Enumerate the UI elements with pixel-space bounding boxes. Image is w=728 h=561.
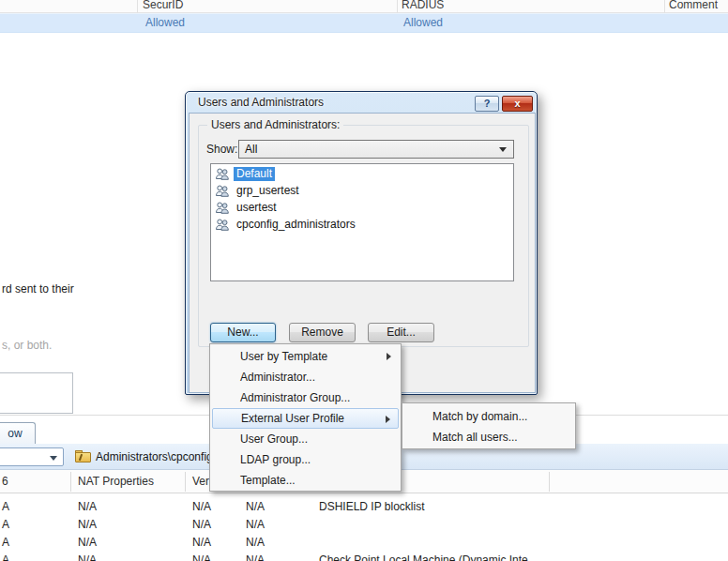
groupbox-label: Users and Administrators: [207,118,343,131]
table-row[interactable]: A N/A N/A N/A [0,516,728,534]
menu-item-ldap-group[interactable]: LDAP group... [210,449,401,470]
radius-value: Allowed [403,14,443,32]
menu-item-external-user-profile[interactable]: External User Profile [212,408,399,429]
cell-extra: N/A [246,534,265,552]
background-text-fragment-gray: s, or both. [2,339,52,352]
submenu-arrow-icon [386,416,390,423]
table-row[interactable]: A N/A N/A N/A DSHIELD IP blocklist [0,498,728,516]
list-item-usertest[interactable]: usertest [211,200,513,217]
user-group-icon [215,168,230,181]
menu-item-match-all-users[interactable]: Match all users... [402,427,575,447]
selected-table-row[interactable]: Allowed Allowed [0,13,728,33]
cell-nat: N/A [78,534,97,552]
list-item-cpconfig-administrators[interactable]: cpconfig_administrators [211,217,513,234]
toolbar-dropdown[interactable] [0,447,64,466]
cell-version: N/A [192,498,211,516]
cell-partial: A [2,498,9,516]
menu-item-label: Match by domain... [432,410,527,423]
column-divider [185,472,186,492]
user-group-icon [215,185,230,198]
cell-version: N/A [192,516,211,534]
table-row[interactable]: A N/A N/A N/A [0,534,728,552]
list-item-label: Default [234,167,275,181]
menu-item-administrator-group[interactable]: Administrator Group... [210,387,401,408]
menu-item-label: Match all users... [432,431,518,444]
menu-item-match-by-domain[interactable]: Match by domain... [402,406,575,427]
column-divider [664,0,665,13]
list-item-grp-usertest[interactable]: grp_usertest [211,183,513,200]
show-filter-value: All [245,141,257,158]
list-item-label: cpconfig_administrators [234,218,358,232]
column-divider [137,0,138,13]
menu-item-label: LDAP group... [240,453,311,466]
column-divider [70,472,71,492]
chevron-down-icon [499,147,507,152]
new-dropdown-menu: User by Template Administrator... Admini… [209,343,402,492]
dialog-title: Users and Administrators [198,96,324,109]
cell-version: N/A [192,552,211,561]
column-divider [397,0,398,13]
cell-nat: N/A [78,516,97,534]
edit-button[interactable]: Edit... [368,323,434,342]
menu-item-user-group[interactable]: User Group... [210,429,401,449]
cell-version: N/A [192,534,211,552]
remove-button[interactable]: Remove [289,323,356,342]
menu-item-label: Template... [240,474,296,487]
cell-nat: N/A [78,498,97,516]
show-filter-dropdown[interactable]: All [238,140,514,159]
menu-item-label: Administrator Group... [240,391,350,404]
cell-description: Check Point Local Machine (Dynamic Inte.… [319,552,538,561]
menu-item-user-by-template[interactable]: User by Template [210,346,401,367]
folder-icon [75,450,91,462]
user-group-icon [215,202,230,215]
column-header-comment[interactable]: Comment [669,0,718,11]
screen: SecurID RADIUS Comment Allowed Allowed r… [0,0,728,561]
show-label: Show: [206,143,237,156]
list-item-default[interactable]: Default [211,166,513,183]
column-header-securid[interactable]: SecurID [143,0,183,11]
top-table-header: SecurID RADIUS Comment [0,0,728,13]
help-button[interactable]: ? [475,96,499,112]
cell-extra: N/A [246,552,265,561]
background-field-box[interactable] [0,372,73,414]
menu-item-label: Administrator... [240,371,315,384]
help-icon: ? [484,98,491,109]
menu-item-template[interactable]: Template... [210,470,401,491]
close-icon: x [514,98,520,109]
external-user-profile-submenu: Match by domain... Match all users... [402,402,576,449]
menu-item-label: External User Profile [241,412,344,425]
close-button[interactable]: x [502,96,533,112]
cell-partial: A [2,534,9,552]
cell-extra: N/A [246,498,265,516]
column-header-radius[interactable]: RADIUS [402,0,444,11]
column-divider [549,472,550,492]
users-listbox[interactable]: Default grp_usertest usertest [210,163,514,281]
column-header-partial[interactable]: 6 [2,470,8,493]
cell-partial: A [2,516,9,534]
background-text-fragment: rd sent to their [2,282,74,296]
new-button[interactable]: New... [210,323,276,342]
submenu-arrow-icon [387,353,391,360]
column-header-nat-properties[interactable]: NAT Properties [78,470,154,493]
list-item-label: grp_usertest [234,184,302,198]
cell-extra: N/A [246,516,265,534]
user-group-icon [215,219,230,232]
column-header-version[interactable]: Ver [192,470,209,493]
tab-partial[interactable]: ow [0,422,36,445]
menu-item-label: User by Template [240,350,327,363]
cell-nat: N/A [78,552,97,561]
cell-description: DSHIELD IP blocklist [319,498,424,516]
table-row[interactable]: A N/A N/A N/A Check Point Local Machine … [0,552,728,561]
securid-value: Allowed [145,14,185,32]
menu-item-label: User Group... [240,432,308,446]
cell-partial: A [2,552,9,561]
menu-item-administrator[interactable]: Administrator... [210,367,401,387]
list-item-label: usertest [234,201,280,215]
chevron-down-icon [50,456,57,461]
